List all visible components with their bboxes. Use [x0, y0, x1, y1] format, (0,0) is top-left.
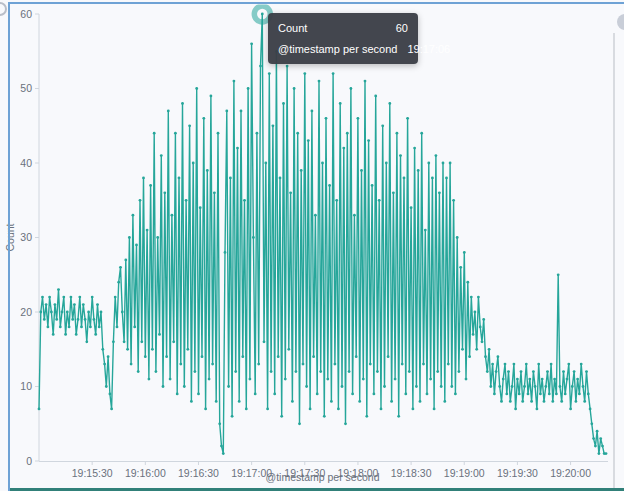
data-point[interactable] — [346, 132, 349, 135]
data-point[interactable] — [62, 296, 65, 299]
data-point[interactable] — [585, 370, 588, 373]
data-point[interactable] — [153, 132, 156, 135]
data-point[interactable] — [463, 251, 466, 254]
data-point[interactable] — [342, 147, 345, 150]
data-point[interactable] — [396, 132, 399, 135]
data-point[interactable] — [316, 393, 319, 396]
data-point[interactable] — [130, 363, 133, 366]
data-point[interactable] — [443, 400, 446, 403]
data-point[interactable] — [399, 154, 402, 157]
data-point[interactable] — [459, 266, 462, 269]
data-point[interactable] — [225, 110, 228, 113]
data-point[interactable] — [401, 363, 404, 366]
data-point[interactable] — [369, 363, 372, 366]
data-point[interactable] — [560, 400, 563, 403]
data-point[interactable] — [344, 422, 347, 425]
scrollbar[interactable] — [613, 33, 615, 491]
data-point[interactable] — [277, 355, 280, 358]
data-point[interactable] — [390, 400, 393, 403]
data-point[interactable] — [387, 355, 390, 358]
data-point[interactable] — [291, 400, 294, 403]
data-point[interactable] — [293, 87, 296, 90]
data-point[interactable] — [360, 169, 363, 172]
data-point[interactable] — [158, 333, 161, 336]
data-point[interactable] — [474, 311, 477, 314]
data-point[interactable] — [523, 385, 526, 388]
data-point[interactable] — [335, 199, 338, 202]
data-point[interactable] — [507, 370, 510, 373]
data-point[interactable] — [270, 370, 273, 373]
data-point[interactable] — [497, 355, 500, 358]
data-point[interactable] — [466, 281, 469, 284]
data-point[interactable] — [204, 408, 207, 411]
data-point[interactable] — [206, 169, 209, 172]
data-point[interactable] — [569, 408, 572, 411]
data-point[interactable] — [186, 348, 189, 351]
data-point[interactable] — [388, 102, 391, 105]
data-point[interactable] — [500, 400, 503, 403]
data-point[interactable] — [486, 370, 489, 373]
data-point[interactable] — [311, 110, 314, 113]
data-point[interactable] — [280, 415, 283, 418]
data-point[interactable] — [85, 340, 88, 343]
data-point[interactable] — [458, 370, 461, 373]
data-point[interactable] — [477, 296, 480, 299]
data-point[interactable] — [413, 147, 416, 150]
data-point[interactable] — [236, 147, 239, 150]
data-point[interactable] — [376, 370, 379, 373]
data-point[interactable] — [461, 348, 464, 351]
data-point[interactable] — [590, 422, 593, 425]
data-point[interactable] — [156, 236, 159, 239]
data-point[interactable] — [80, 326, 83, 329]
data-point[interactable] — [504, 363, 507, 366]
data-point[interactable] — [220, 445, 223, 448]
data-point[interactable] — [431, 177, 434, 180]
data-point[interactable] — [385, 162, 388, 165]
data-point[interactable] — [528, 378, 531, 381]
data-point[interactable] — [502, 378, 505, 381]
data-point[interactable] — [445, 177, 448, 180]
data-point[interactable] — [252, 236, 255, 239]
data-point[interactable] — [47, 326, 50, 329]
data-point[interactable] — [107, 355, 110, 358]
data-point[interactable] — [312, 355, 315, 358]
data-point[interactable] — [68, 326, 71, 329]
data-point[interactable] — [470, 296, 473, 299]
data-point[interactable] — [548, 393, 551, 396]
data-point[interactable] — [98, 326, 101, 329]
data-point[interactable] — [536, 408, 539, 411]
line-chart[interactable]: 010203040506019:15:3019:16:0019:16:3019:… — [0, 0, 624, 491]
data-point[interactable] — [103, 363, 106, 366]
data-point[interactable] — [178, 177, 181, 180]
data-point[interactable] — [52, 333, 55, 336]
data-point[interactable] — [498, 385, 501, 388]
data-point[interactable] — [128, 236, 131, 239]
data-point[interactable] — [289, 191, 292, 194]
data-point[interactable] — [553, 378, 556, 381]
data-point[interactable] — [190, 400, 193, 403]
data-point[interactable] — [318, 80, 321, 83]
data-point[interactable] — [192, 162, 195, 165]
data-point[interactable] — [599, 437, 602, 440]
data-point[interactable] — [518, 393, 521, 396]
data-point[interactable] — [78, 296, 81, 299]
data-point[interactable] — [264, 162, 267, 165]
data-point[interactable] — [268, 72, 271, 75]
data-point[interactable] — [298, 422, 301, 425]
data-point[interactable] — [541, 378, 544, 381]
data-point[interactable] — [392, 191, 395, 194]
data-point[interactable] — [41, 296, 44, 299]
data-point[interactable] — [534, 385, 537, 388]
data-point[interactable] — [505, 393, 508, 396]
data-point[interactable] — [592, 437, 595, 440]
data-point[interactable] — [295, 370, 298, 373]
data-point[interactable] — [137, 370, 140, 373]
data-point[interactable] — [224, 251, 227, 254]
data-point[interactable] — [201, 355, 204, 358]
data-point[interactable] — [302, 363, 305, 366]
data-point[interactable] — [91, 296, 94, 299]
data-point[interactable] — [250, 42, 253, 45]
data-point[interactable] — [256, 132, 259, 135]
data-point[interactable] — [424, 229, 427, 232]
data-point[interactable] — [109, 393, 112, 396]
